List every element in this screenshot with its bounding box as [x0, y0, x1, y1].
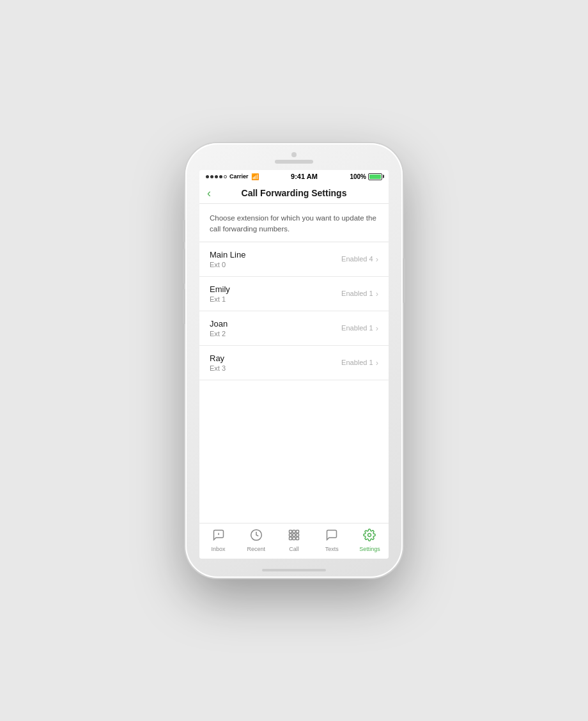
ext-status-label: Enabled 1 — [341, 324, 373, 332]
signal-dot-1 — [206, 175, 209, 178]
description-text: Choose extension for which you want to u… — [199, 204, 389, 242]
page-title: Call Forwarding Settings — [242, 188, 347, 198]
carrier-label: Carrier — [229, 173, 249, 180]
ext-name: Main Line — [210, 250, 245, 260]
ext-status: Enabled 1 › — [341, 358, 378, 368]
settings-icon — [363, 529, 376, 545]
tab-settings[interactable]: Settings — [351, 526, 389, 555]
status-right: 100% — [350, 173, 382, 180]
ext-status: Enabled 1 › — [341, 323, 378, 333]
wifi-icon: 📶 — [251, 173, 259, 180]
signal-dots — [206, 175, 227, 178]
tab-inbox[interactable]: Inbox — [199, 526, 237, 555]
content-area: Choose extension for which you want to u… — [199, 204, 389, 523]
volume-down-button[interactable] — [183, 289, 185, 324]
svg-rect-4 — [290, 534, 292, 536]
extension-list: Main Line Ext 0 Enabled 4 › Emily Ext 1 … — [199, 242, 389, 523]
signal-dot-5 — [224, 175, 227, 178]
battery-percent: 100% — [350, 173, 366, 180]
svg-rect-6 — [296, 534, 298, 536]
ext-info: Main Line Ext 0 — [210, 250, 245, 268]
ext-status-label: Enabled 4 — [341, 255, 373, 263]
ext-number: Ext 3 — [210, 364, 226, 372]
tab-call[interactable]: Call — [275, 526, 313, 555]
call-label: Call — [289, 546, 299, 552]
svg-rect-7 — [290, 537, 292, 539]
status-time: 9:41 AM — [291, 173, 318, 180]
recent-icon — [250, 529, 263, 545]
ext-info: Joan Ext 2 — [210, 319, 228, 337]
camera-icon — [291, 152, 297, 157]
power-button[interactable] — [403, 258, 405, 303]
svg-rect-9 — [296, 537, 298, 539]
ext-info: Ray Ext 3 — [210, 353, 226, 372]
back-button[interactable]: ‹ — [207, 187, 211, 200]
signal-dot-4 — [219, 175, 222, 178]
chevron-right-icon: › — [376, 323, 378, 333]
status-left: Carrier 📶 — [206, 173, 259, 180]
chevron-right-icon: › — [376, 358, 378, 368]
ext-status: Enabled 4 › — [341, 254, 378, 264]
phone-top — [185, 143, 403, 164]
ext-name: Joan — [210, 319, 228, 329]
tab-recent[interactable]: Recent — [237, 526, 275, 555]
extension-item[interactable]: Joan Ext 2 Enabled 1 › — [199, 311, 389, 346]
svg-rect-5 — [293, 534, 295, 536]
call-icon — [288, 529, 300, 545]
tab-texts[interactable]: Texts — [313, 526, 351, 555]
ext-status: Enabled 1 › — [341, 289, 378, 298]
texts-icon — [325, 529, 338, 545]
phone-frame: Carrier 📶 9:41 AM 100% ‹ Call Forwarding… — [185, 143, 403, 578]
status-bar: Carrier 📶 9:41 AM 100% — [199, 170, 389, 183]
signal-dot-3 — [215, 175, 218, 178]
svg-rect-8 — [293, 537, 295, 539]
volume-up-button[interactable] — [183, 249, 185, 284]
extension-item[interactable]: Main Line Ext 0 Enabled 4 › — [199, 242, 389, 277]
inbox-icon — [212, 529, 225, 545]
home-indicator — [262, 569, 326, 571]
svg-rect-2 — [293, 531, 295, 533]
speaker-icon — [275, 160, 313, 164]
ext-name: Emily — [210, 284, 230, 294]
settings-label: Settings — [359, 546, 380, 552]
recent-label: Recent — [247, 546, 266, 552]
chevron-right-icon: › — [376, 289, 378, 298]
ext-status-label: Enabled 1 — [341, 290, 373, 297]
phone-screen: Carrier 📶 9:41 AM 100% ‹ Call Forwarding… — [199, 170, 389, 559]
ext-number: Ext 2 — [210, 330, 228, 337]
ext-number: Ext 1 — [210, 295, 230, 303]
battery-icon — [368, 173, 382, 180]
texts-label: Texts — [325, 546, 339, 552]
ext-status-label: Enabled 1 — [341, 359, 373, 366]
extension-item[interactable]: Emily Ext 1 Enabled 1 › — [199, 277, 389, 311]
ext-info: Emily Ext 1 — [210, 284, 230, 303]
ext-number: Ext 0 — [210, 261, 245, 268]
svg-point-10 — [368, 534, 371, 537]
ext-name: Ray — [210, 353, 226, 363]
svg-rect-1 — [290, 531, 292, 533]
inbox-label: Inbox — [212, 546, 226, 552]
back-arrow-icon: ‹ — [207, 187, 211, 200]
battery-fill — [369, 174, 381, 179]
tab-bar: Inbox Recent Call Texts — [199, 523, 389, 559]
chevron-right-icon: › — [376, 254, 378, 264]
signal-dot-2 — [210, 175, 213, 178]
svg-rect-3 — [296, 531, 298, 533]
extension-item[interactable]: Ray Ext 3 Enabled 1 › — [199, 346, 389, 380]
nav-header: ‹ Call Forwarding Settings — [199, 183, 389, 204]
